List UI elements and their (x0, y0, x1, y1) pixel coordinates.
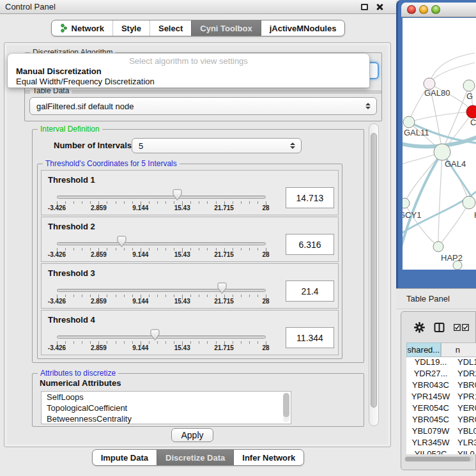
node-label: C (470, 118, 476, 127)
threshold-value-field[interactable]: 21.4 (286, 280, 334, 302)
threshold-value-field[interactable]: 6.316 (286, 234, 334, 255)
slider-scale-label: 2.859 (91, 251, 107, 258)
slider-scale-label: 28 (262, 298, 269, 305)
cell-name: YER0 (455, 403, 476, 415)
table-row[interactable]: YPR145WYPR1 (406, 392, 476, 403)
table-panel-header: Table Panel (396, 288, 476, 309)
slider-thumb[interactable] (217, 282, 227, 295)
slider-scale-label: 15.43 (174, 344, 190, 351)
bottom-tab-discretize-data[interactable]: Discretize Data (157, 450, 233, 465)
table-row[interactable]: YBL079WYBL0 (406, 426, 476, 438)
list-scrollbar[interactable] (283, 393, 289, 422)
column-header-name[interactable]: n (441, 342, 476, 357)
number-of-intervals-combobox[interactable]: 5 (132, 138, 302, 153)
algorithm-dropdown-popup: Select algorithm to view settings Manual… (8, 54, 369, 88)
checkbox-icon[interactable] (462, 324, 469, 331)
cell-name: YPR1 (455, 392, 476, 403)
float-window-icon[interactable] (361, 4, 368, 10)
table-row[interactable]: YIL052CYIL0 (406, 449, 476, 454)
table-row[interactable]: YBR045CYBR0 (406, 415, 476, 426)
threshold-label: Threshold 3 (48, 268, 95, 278)
tab-jactivemnodules[interactable]: jActiveMNodules (261, 20, 345, 36)
panel-scrollbar[interactable] (369, 123, 379, 426)
number-of-intervals-label: Number of Intervals (54, 141, 132, 150)
tab-label: jActiveMNodules (270, 24, 337, 33)
network-node-c[interactable] (466, 105, 476, 118)
cell-name: YBR0 (455, 415, 476, 426)
slider-track[interactable] (57, 196, 266, 199)
slider-thumb[interactable] (117, 236, 127, 248)
slider-track[interactable] (57, 335, 266, 339)
network-node-gal4[interactable] (434, 144, 450, 160)
table-row[interactable]: YDR27...YDR2 (406, 369, 476, 380)
threshold-value-field[interactable]: 14.713 (286, 187, 334, 208)
cell-shared-name: YBR043C (406, 380, 455, 392)
slider-scale-label: 28 (262, 204, 269, 211)
tab-label: Network (72, 24, 104, 33)
node-label: GAL11 (404, 128, 429, 137)
threshold-label: Threshold 2 (48, 222, 95, 231)
network-canvas[interactable]: GAL80GCGAL11GAL4GCY1HHAP2 (403, 18, 476, 270)
bottom-tab-infer-network[interactable]: Infer Network (233, 450, 303, 465)
table-toolbar (401, 317, 476, 337)
slider-track[interactable] (57, 242, 266, 245)
slider-thumb[interactable] (173, 189, 182, 201)
table-data-group-title: Table Data (30, 86, 72, 95)
panel-scrollbar-thumb[interactable] (371, 133, 377, 408)
network-node-h[interactable] (463, 196, 475, 209)
checkbox-icon[interactable] (454, 324, 461, 331)
column-header-shared-name[interactable]: shared... (406, 342, 441, 357)
slider-scale-label: 9.144 (132, 344, 148, 351)
gear-icon[interactable] (414, 322, 425, 333)
threshold-panel-1: Threshold 1-3.4262.8599.14415.4321.71528… (41, 170, 339, 215)
table-data-combobox[interactable]: galFiltered.sif default node (29, 97, 377, 115)
table-data-selected: galFiltered.sif default node (36, 102, 134, 111)
top-tabbar: NetworkStyleSelectCyni ToolboxjActiveMNo… (0, 20, 396, 36)
dropdown-option-equal-width-frequency-discretization[interactable]: Equal Width/Frequency Discretization (10, 77, 367, 87)
list-scrollbar-thumb[interactable] (283, 393, 289, 417)
table-row[interactable]: YBR043CYBR0 (406, 380, 476, 392)
tab-style[interactable]: Style (112, 20, 150, 36)
minimize-traffic-light[interactable] (419, 5, 428, 14)
slider-scale-label: 15.43 (174, 204, 190, 211)
close-icon[interactable] (376, 3, 383, 11)
tab-network[interactable]: Network (52, 20, 112, 36)
attribute-list-item[interactable]: TopologicalCoefficient (42, 403, 291, 413)
attribute-list-item[interactable]: SelfLoops (42, 392, 291, 403)
network-node[interactable] (453, 261, 462, 270)
attribute-list-item[interactable]: BetweennessCentrality (42, 413, 291, 424)
numerical-attributes-list[interactable]: SelfLoopsTopologicalCoefficientBetweenne… (41, 391, 291, 424)
bottom-tab-label: Infer Network (242, 453, 295, 463)
cell-shared-name: YPR145W (406, 392, 455, 403)
tab-cyni-toolbox[interactable]: Cyni Toolbox (191, 20, 260, 36)
thresholds-group-title: Threshold's Coordinates for 5 Intervals (43, 159, 180, 168)
tab-select[interactable]: Select (150, 20, 191, 36)
table-row[interactable]: YER054CYER0 (406, 403, 476, 415)
slider-track[interactable] (57, 289, 266, 292)
table-panel: shared... n YDL19...YDL1YDR27...YDR2YBR0… (401, 311, 476, 470)
algorithm-dropdown-prompt[interactable]: Select algorithm to view settings (8, 56, 369, 66)
bottom-tab-label: Discretize Data (165, 453, 225, 463)
network-node-gal11[interactable] (403, 116, 415, 128)
dropdown-option-manual-discretization[interactable]: Manual Discretization (10, 66, 367, 77)
table-row[interactable]: YDL19...YDL1 (406, 357, 476, 369)
table-hscrollbar[interactable] (404, 456, 473, 462)
threshold-label: Threshold 1 (48, 175, 95, 185)
table-hscrollbar-thumb[interactable] (405, 457, 470, 461)
slider-scale-label: -3.426 (48, 251, 66, 258)
node-label: GCY1 (403, 210, 421, 220)
table-row[interactable]: YLR345WYLR3 (406, 438, 476, 449)
slider-scale-label: 2.859 (91, 298, 107, 305)
slider-thumb[interactable] (150, 329, 160, 341)
bottom-tab-impute-data[interactable]: Impute Data (93, 450, 157, 465)
network-node-gcy1[interactable] (403, 198, 410, 208)
split-columns-icon[interactable] (434, 322, 445, 333)
threshold-value-field[interactable]: 11.344 (286, 327, 334, 348)
cell-name: YLR3 (455, 438, 476, 449)
zoom-traffic-light[interactable] (431, 5, 440, 14)
apply-button[interactable]: Apply (171, 428, 213, 442)
network-node-g[interactable] (463, 80, 475, 91)
network-node-hap2[interactable] (433, 242, 443, 252)
slider-ticks (57, 341, 266, 348)
close-traffic-light[interactable] (407, 5, 416, 14)
